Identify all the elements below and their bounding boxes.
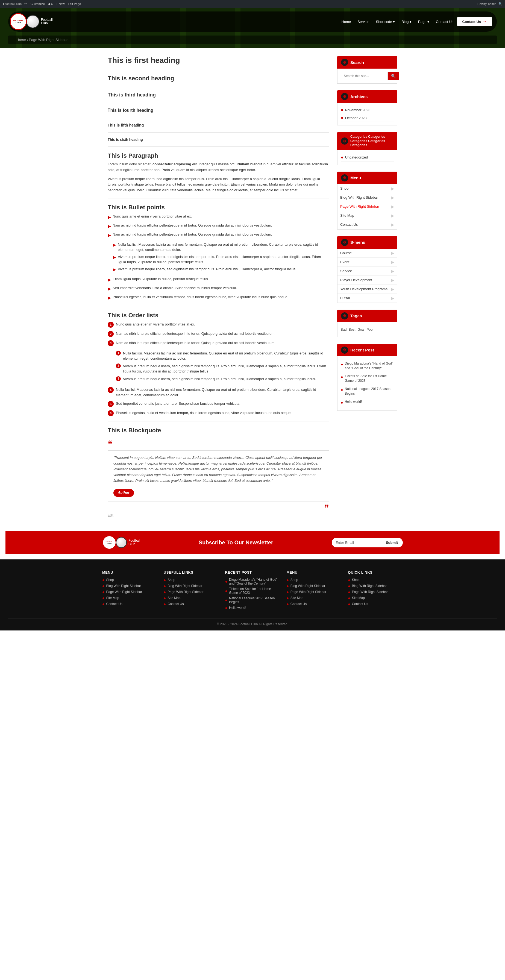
tag-bad[interactable]: Bad <box>341 328 346 331</box>
nav-blog[interactable]: Blog ▾ <box>399 18 414 25</box>
footer-dot-icon: ● <box>225 598 227 602</box>
list-item[interactable]: ●Contact Us <box>286 602 341 606</box>
smenu-item-service[interactable]: Service ▶ <box>337 267 397 276</box>
list-item[interactable]: ●Shop <box>286 578 341 582</box>
nav-home[interactable]: Home <box>339 18 354 25</box>
smenu-item-course[interactable]: Course ▶ <box>337 249 397 258</box>
list-item[interactable]: ●Contact Us <box>348 602 403 606</box>
tag-best[interactable]: Best <box>349 328 355 331</box>
tag-goal[interactable]: Goal <box>357 328 364 331</box>
list-item[interactable]: ●Blog With Right Sidebar <box>102 584 157 588</box>
edit-link[interactable]: Edit <box>108 514 113 517</box>
heading-3: This is third heading <box>108 92 329 98</box>
recent-post-list: ● Diego Maradona's "Hand of God" and "Go… <box>341 360 394 407</box>
admin-site-link[interactable]: ■ football-club-Pro <box>3 2 27 5</box>
footer-quick-title: Quick Links <box>348 570 403 574</box>
smenu-item-event[interactable]: Event ▶ <box>337 258 397 267</box>
list-item[interactable]: ● Uncategorized <box>341 154 394 162</box>
order-num: 1 <box>108 321 114 328</box>
footer-col-useful: Usefull Links ●Shop ●Blog With Right Sid… <box>164 570 219 612</box>
list-item[interactable]: ● Tickets on Sale for 1st Home Game of 2… <box>341 372 394 385</box>
site-main: This is first heading This is second hea… <box>102 56 403 523</box>
nav-shortcode[interactable]: Shortcode ▾ <box>373 18 398 25</box>
sub-bullet-list: ▶ Nulla facilisi. Maecenas lacinia ac ni… <box>113 242 329 274</box>
list-item[interactable]: ●Site Map <box>348 596 403 600</box>
bullet-icon: ▶ <box>108 286 111 292</box>
footer-dot-icon: ● <box>286 596 289 600</box>
menu-item-shop[interactable]: Shop ▶ <box>337 184 397 193</box>
divider-9 <box>108 421 329 422</box>
blockquote-box: "Praesent in augue turpis. Nullam vitae … <box>108 450 329 501</box>
smenu-item-youth-dev[interactable]: Youth Development Programs ▶ <box>337 285 397 294</box>
footer-recent-title: Recent Post <box>225 570 280 574</box>
footer-dot-icon: ● <box>164 590 166 594</box>
menu-arrow-icon: ▶ <box>391 296 394 300</box>
list-item[interactable]: ● National Leagues 2017 Season Begins <box>341 385 394 398</box>
list-item[interactable]: ●Site Map <box>102 596 157 600</box>
menu-item-sitemap[interactable]: Site Map ▶ <box>337 211 397 220</box>
list-item[interactable]: ●Page With Right Sidebar <box>348 590 403 594</box>
list-item[interactable]: ● November 2023 <box>341 106 394 114</box>
sub-order-num: 1 <box>116 351 121 356</box>
list-item[interactable]: ●Tickets on Sale for 1st Home Game of 20… <box>225 587 280 595</box>
list-item[interactable]: ●Shop <box>164 578 219 582</box>
list-item[interactable]: ●Site Map <box>164 596 219 600</box>
list-item[interactable]: ●Site Map <box>286 596 341 600</box>
list-item[interactable]: ● October 2023 <box>341 114 394 122</box>
list-item[interactable]: ● Diego Maradona's "Hand of God" and "Go… <box>341 360 394 372</box>
blockquote-title: This is Blockquote <box>108 427 329 434</box>
bullet-icon: ▶ <box>108 294 111 301</box>
list-item[interactable]: ●Contact Us <box>164 602 219 606</box>
menu-widget: ⚙ Menu Shop ▶ Blog With Right Sidebar ▶ … <box>337 172 397 229</box>
archive-dot-icon: ● <box>341 115 343 120</box>
divider-3 <box>108 103 329 103</box>
footer-dot-icon: ● <box>286 584 289 588</box>
list-item: ▶ Phasellus egestas, nulla et vestibulum… <box>108 294 329 301</box>
list-item[interactable]: ●Shop <box>102 578 157 582</box>
list-item[interactable]: ●National Leagues 2017 Season Begins <box>225 596 280 604</box>
smenu-item-futsal[interactable]: Futsal ▶ <box>337 294 397 303</box>
footer-dot-icon: ● <box>348 584 350 588</box>
nav-contact-btn[interactable]: Contact Us → <box>457 17 492 26</box>
list-item[interactable]: ●Contact Us <box>102 602 157 606</box>
list-item[interactable]: ●Page With Right Sidebar <box>286 590 341 594</box>
newsletter-form: Submit <box>332 538 403 547</box>
admin-search-icon[interactable]: 🔍 <box>499 2 502 6</box>
menu-item-page[interactable]: Page With Right Sidebar ▶ <box>337 202 397 211</box>
search-button[interactable]: 🔍 <box>388 72 399 80</box>
menu-item-contact[interactable]: Contact Us ▶ <box>337 220 397 229</box>
search-input[interactable] <box>341 72 388 80</box>
admin-new[interactable]: + New <box>56 2 65 5</box>
smenu-item-player-dev[interactable]: Player Development ▶ <box>337 276 397 285</box>
list-item[interactable]: ●Page With Right Sidebar <box>102 590 157 594</box>
menu-widget-icon: ⚙ <box>341 174 348 181</box>
menu-item-blog[interactable]: Blog With Right Sidebar ▶ <box>337 193 397 202</box>
recent-dot-icon: ● <box>341 374 343 380</box>
list-item[interactable]: ●Blog With Right Sidebar <box>348 584 403 588</box>
bullet-icon: ▶ <box>108 277 111 283</box>
site-footer: MENU ●Shop ●Blog With Right Sidebar ●Pag… <box>0 559 505 630</box>
list-item[interactable]: ●Hello world! <box>225 606 280 610</box>
list-item[interactable]: ●Diego Maradona's "Hand of God" and "Goa… <box>225 578 280 585</box>
order-num: 5 <box>108 401 114 407</box>
tag-poor[interactable]: Poor <box>367 328 373 331</box>
nav-page[interactable]: Page ▾ <box>415 18 432 25</box>
admin-user: Howdy, admin <box>477 2 496 5</box>
list-item[interactable]: ●Blog With Right Sidebar <box>164 584 219 588</box>
admin-customize[interactable]: Customize <box>30 2 45 5</box>
nav-contact[interactable]: Contact Us <box>433 18 456 25</box>
nav-service[interactable]: Service <box>355 18 372 25</box>
newsletter-email-input[interactable] <box>332 538 381 547</box>
newsletter-submit-btn[interactable]: Submit <box>381 538 403 547</box>
list-item: 2 Nam ac nibh id turpis efficitur pellen… <box>108 331 329 337</box>
main-nav: Home Service Shortcode ▾ Blog ▾ Page ▾ C… <box>339 17 492 26</box>
list-item[interactable]: ● Hello world! <box>341 398 394 407</box>
menu-arrow-icon: ▶ <box>391 204 394 209</box>
admin-edit-page[interactable]: Edit Page <box>68 2 81 5</box>
admin-count[interactable]: ◆ 6 <box>48 2 53 6</box>
list-item[interactable]: ●Shop <box>348 578 403 582</box>
footer-dot-icon: ● <box>348 590 350 594</box>
list-item: ▶ Vivamus pretium neque libero, sed dign… <box>113 254 329 265</box>
list-item[interactable]: ●Blog With Right Sidebar <box>286 584 341 588</box>
list-item[interactable]: ●Page With Right Sidebar <box>164 590 219 594</box>
